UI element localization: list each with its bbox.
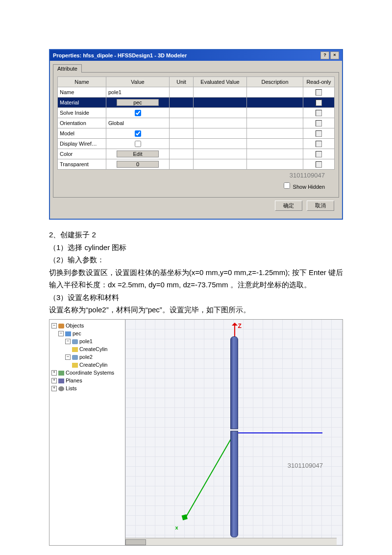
cell-name: Transparent [58, 159, 106, 170]
objects-icon [58, 324, 64, 328]
wireframe-checkbox[interactable] [135, 141, 141, 147]
tree-pole2[interactable]: −pole2 CreateCylin [65, 353, 124, 369]
planes-icon [58, 378, 64, 383]
tree-lists[interactable]: +Lists [51, 384, 124, 392]
document-text: 2、创建振子 2 （1）选择 cylinder 图标 （2）输入参数： 切换到参… [49, 228, 343, 316]
tree-pec[interactable]: −pec −pole1 CreateCylin −pole2 CreateCyl… [58, 329, 124, 369]
text-line: 2、创建振子 2 [49, 228, 343, 241]
readonly-checkbox[interactable] [316, 100, 322, 106]
solve-inside-checkbox[interactable] [135, 110, 141, 116]
watermark: 3101109047 [57, 170, 335, 180]
tree-create2[interactable]: CreateCylin [72, 361, 124, 369]
tree-label: CreateCylin [79, 346, 107, 352]
tree-label: pole2 [79, 354, 93, 360]
tree-planes[interactable]: +Planes [51, 377, 124, 384]
3d-viewport[interactable]: Z x 3101109047 [125, 320, 343, 545]
transparent-button[interactable]: 0 [117, 161, 159, 168]
row-display-wireframe[interactable]: Display Wiref… [58, 139, 335, 149]
lists-icon [58, 386, 64, 391]
show-hidden-label: Show Hidden [293, 184, 325, 190]
readonly-checkbox[interactable] [316, 141, 322, 147]
tree-pole1[interactable]: −pole1 CreateCylin [65, 337, 124, 353]
text-line: （3）设置名称和材料 [49, 291, 343, 304]
text-line: （2）输入参数： [49, 253, 343, 266]
x-axis-icon [185, 432, 235, 517]
col-name: Name [58, 77, 106, 87]
text-line: 切换到参数设置区，设置圆柱体的基坐标为(x=0 mm,y=0 mm,z=-1.2… [49, 266, 343, 291]
cell-name: Orientation [58, 118, 106, 128]
tab-attribute[interactable]: Attribute [53, 64, 82, 73]
help-icon[interactable]: ? [320, 51, 329, 59]
cell-name: Color [58, 149, 106, 159]
row-orientation[interactable]: Orientation Global [58, 118, 335, 128]
viewport-watermark: 3101109047 [288, 462, 323, 469]
row-model[interactable]: Model [58, 128, 335, 139]
window-title: Properties: hfss_dipole - HFSSDesign1 - … [53, 52, 187, 58]
z-axis-label: Z [238, 323, 242, 329]
tree-label: Objects [66, 323, 84, 328]
row-color[interactable]: Color Edit [58, 149, 335, 159]
text-line: （1）选择 cylinder 图标 [49, 241, 343, 254]
row-name[interactable]: Name pole1 [58, 87, 335, 98]
command-icon [72, 347, 78, 352]
tree-label: Coordinate Systems [66, 370, 114, 376]
readonly-checkbox[interactable] [316, 110, 322, 116]
model-checkbox[interactable] [135, 130, 141, 137]
tree-label: pole1 [79, 338, 93, 344]
col-eval: Evaluated Value [194, 77, 247, 87]
show-hidden-checkbox[interactable] [284, 182, 290, 189]
tree-label: pec [73, 330, 81, 336]
dipole-cylinder [230, 336, 238, 537]
close-icon[interactable]: × [330, 51, 339, 59]
tree-label: Lists [66, 385, 77, 391]
cell-value[interactable]: Global [106, 118, 170, 128]
cell-name: Display Wiref… [58, 139, 106, 149]
model-tree: −Objects −pec −pole1 CreateCylin −pole2 … [49, 320, 125, 545]
dipole-gap [230, 429, 238, 431]
cs-icon [58, 371, 64, 376]
y-axis-icon [234, 432, 322, 433]
row-solve-inside[interactable]: Solve Inside [58, 108, 335, 118]
col-ro: Read-only [303, 77, 335, 87]
ok-button[interactable]: 确定 [275, 201, 302, 211]
scrollbar-thumb[interactable] [125, 539, 146, 545]
col-desc: Description [247, 77, 303, 87]
readonly-checkbox[interactable] [316, 151, 322, 157]
modeler-figure: −Objects −pec −pole1 CreateCylin −pole2 … [49, 319, 343, 546]
tree-cs[interactable]: +Coordinate Systems [51, 369, 124, 377]
command-icon [72, 363, 78, 368]
readonly-checkbox[interactable] [316, 130, 322, 137]
properties-table: Name Value Unit Evaluated Value Descript… [57, 76, 335, 170]
tree-label: CreateCylin [79, 362, 107, 368]
cancel-button[interactable]: 取消 [307, 201, 334, 211]
cell-name: Material [58, 98, 106, 108]
tree-objects[interactable]: −Objects −pec −pole1 CreateCylin −pole2 … [51, 322, 124, 369]
scrollbar[interactable] [125, 538, 337, 545]
cell-name: Solve Inside [58, 108, 106, 118]
col-unit: Unit [170, 77, 194, 87]
tree-label: Planes [66, 378, 82, 383]
color-edit-button[interactable]: Edit [117, 151, 159, 157]
row-transparent[interactable]: Transparent 0 [58, 159, 335, 170]
properties-dialog: Properties: hfss_dipole - HFSSDesign1 - … [49, 49, 343, 220]
solid-icon [72, 339, 78, 344]
col-value: Value [106, 77, 170, 87]
titlebar: Properties: hfss_dipole - HFSSDesign1 - … [50, 50, 342, 61]
tab-panel: Name Value Unit Evaluated Value Descript… [53, 72, 339, 198]
row-material[interactable]: Material pec [58, 98, 335, 108]
readonly-checkbox[interactable] [316, 120, 322, 126]
material-button[interactable]: pec [117, 99, 159, 106]
readonly-checkbox[interactable] [316, 89, 322, 96]
cell-name: Model [58, 128, 106, 139]
solid-icon [72, 355, 78, 360]
tree-create1[interactable]: CreateCylin [72, 345, 124, 353]
text-line: 设置名称为“pole2”，材料同为“pec”。设置完毕，如下图所示。 [49, 303, 343, 316]
x-axis-label: x [175, 525, 178, 530]
material-icon [65, 331, 71, 336]
cell-name: Name [58, 87, 106, 98]
cell-value[interactable]: pole1 [106, 87, 170, 98]
readonly-checkbox[interactable] [316, 161, 322, 168]
